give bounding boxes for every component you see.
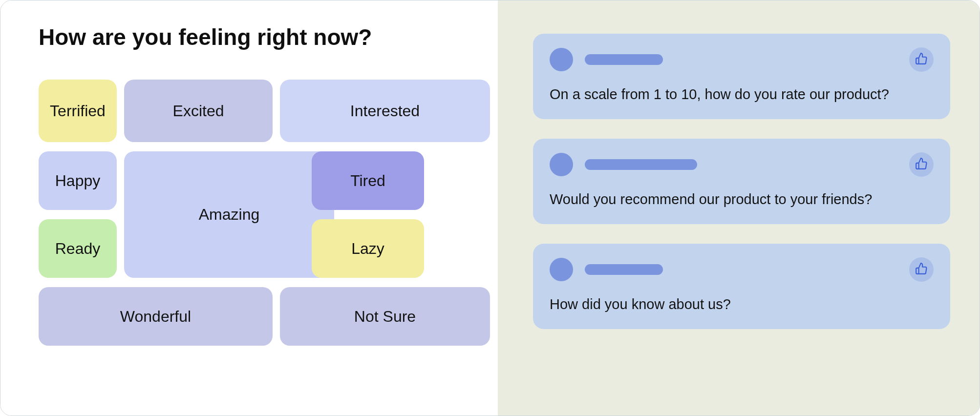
chip-ready[interactable]: Ready <box>39 219 117 278</box>
question-text: How did you know about us? <box>550 296 934 312</box>
feelings-panel: How are you feeling right now? Terrified… <box>0 0 498 416</box>
chip-happy[interactable]: Happy <box>39 151 117 210</box>
card-header <box>550 47 934 72</box>
avatar <box>550 153 573 176</box>
chip-amazing[interactable]: Amazing <box>124 151 334 278</box>
chip-terrified[interactable]: Terrified <box>39 80 117 142</box>
name-placeholder <box>585 54 663 65</box>
thumbs-up-icon <box>915 52 928 67</box>
feelings-grid: Terrified Excited Interested Happy Amazi… <box>39 80 460 346</box>
question-card: Would you recommend our product to your … <box>533 139 950 224</box>
chip-excited[interactable]: Excited <box>124 80 273 142</box>
thumbs-up-icon <box>915 262 928 277</box>
card-header <box>550 257 934 282</box>
card-header <box>550 152 934 177</box>
avatar <box>550 258 573 281</box>
chip-interested[interactable]: Interested <box>280 80 490 142</box>
questions-panel: On a scale from 1 to 10, how do you rate… <box>498 0 980 416</box>
name-placeholder <box>585 264 663 275</box>
question-card: On a scale from 1 to 10, how do you rate… <box>533 34 950 119</box>
avatar <box>550 48 573 71</box>
feelings-title: How are you feeling right now? <box>39 24 460 50</box>
like-button[interactable] <box>909 257 934 282</box>
like-button[interactable] <box>909 47 934 72</box>
like-button[interactable] <box>909 152 934 177</box>
chip-wonderful[interactable]: Wonderful <box>39 287 273 346</box>
name-placeholder <box>585 159 697 170</box>
question-text: Would you recommend our product to your … <box>550 191 934 208</box>
question-card: How did you know about us? <box>533 244 950 329</box>
app-container: How are you feeling right now? Terrified… <box>0 0 980 416</box>
chip-lazy[interactable]: Lazy <box>312 219 424 278</box>
chip-tired[interactable]: Tired <box>312 151 424 210</box>
chip-notsure[interactable]: Not Sure <box>280 287 490 346</box>
question-text: On a scale from 1 to 10, how do you rate… <box>550 86 934 103</box>
thumbs-up-icon <box>915 157 928 172</box>
